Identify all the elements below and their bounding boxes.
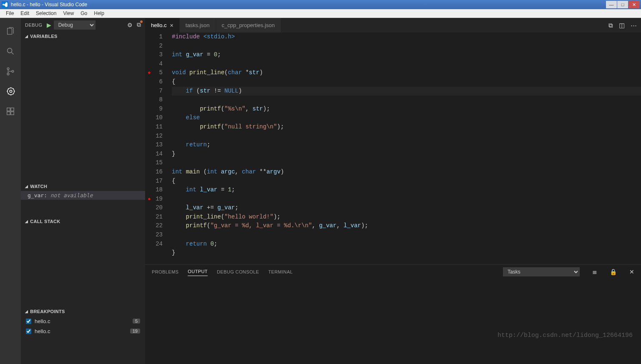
- debug-icon[interactable]: [0, 81, 21, 101]
- close-panel-icon[interactable]: ✕: [629, 269, 634, 275]
- breakpoint-item[interactable]: hello.c 5: [21, 316, 145, 326]
- more-actions-icon[interactable]: ⋯: [631, 22, 637, 29]
- gear-icon[interactable]: ⚙: [127, 22, 133, 28]
- window-titlebar: hello.c - hello - Visual Studio Code — □…: [0, 0, 641, 9]
- tab-label: hello.c: [151, 22, 167, 28]
- editor-area: hello.c × tasks.json c_cpp_properties.js…: [145, 18, 641, 364]
- breakpoint-line-badge: 5: [133, 319, 140, 324]
- panel-tab-terminal[interactable]: TERMINAL: [268, 268, 293, 276]
- svg-rect-9: [11, 112, 14, 115]
- line-numbers: 123456789101112131415161718192021222324: [153, 33, 168, 264]
- extensions-icon[interactable]: [0, 101, 21, 121]
- menu-view[interactable]: View: [60, 10, 77, 16]
- split-editor-icon[interactable]: ◫: [619, 22, 625, 29]
- svg-point-1: [7, 68, 9, 70]
- output-channel-select[interactable]: Tasks: [503, 267, 580, 276]
- section-breakpoints-body: hello.c 5 hello.c 19: [21, 316, 145, 364]
- svg-point-3: [12, 70, 14, 73]
- panel-tab-output[interactable]: OUTPUT: [188, 267, 208, 276]
- section-variables-header[interactable]: ◢VARIABLES: [21, 32, 145, 41]
- menubar: File Edit Selection View Go Help: [0, 9, 641, 18]
- debug-title: DEBUG: [25, 23, 43, 28]
- menu-edit[interactable]: Edit: [17, 10, 33, 16]
- editor-body[interactable]: 123456789101112131415161718192021222324 …: [145, 33, 641, 264]
- breakpoint-line-badge: 19: [130, 329, 140, 334]
- source-control-icon[interactable]: [0, 61, 21, 81]
- search-icon[interactable]: [0, 41, 21, 61]
- debug-sidebar: DEBUG ▶ Debug ⚙ ⧉ ◢VARIABLES ◢WATCH g_va…: [21, 18, 145, 364]
- menu-selection[interactable]: Selection: [33, 10, 60, 16]
- menu-file[interactable]: File: [3, 10, 17, 16]
- activity-bar: [0, 18, 21, 364]
- clear-output-icon[interactable]: ≣: [592, 269, 597, 275]
- section-watch-body: g_var: not available: [21, 191, 145, 217]
- tab-hello-c[interactable]: hello.c ×: [145, 18, 180, 33]
- window-close-button[interactable]: ✕: [628, 1, 639, 8]
- editor-tabs: hello.c × tasks.json c_cpp_properties.js…: [145, 18, 641, 33]
- vscode-icon: [2, 1, 8, 8]
- panel-tab-debug-console[interactable]: DEBUG CONSOLE: [217, 268, 259, 276]
- watch-expr: g_var:: [28, 192, 47, 198]
- section-callstack-body: [21, 226, 145, 307]
- tab-tasks-json[interactable]: tasks.json: [180, 18, 216, 33]
- watch-item[interactable]: g_var: not available: [21, 191, 145, 200]
- breakpoint-file: hello.c: [35, 328, 130, 334]
- svg-rect-8: [7, 112, 10, 115]
- window-minimize-button[interactable]: —: [606, 1, 617, 8]
- close-icon[interactable]: ×: [170, 22, 173, 29]
- code-content[interactable]: #include <stdio.h> int g_var = 0; void p…: [168, 33, 641, 264]
- svg-point-5: [10, 90, 12, 93]
- breakpoint-gutter[interactable]: [145, 33, 153, 264]
- section-callstack-header[interactable]: ◢CALL STACK: [21, 217, 145, 226]
- window-maximize-button[interactable]: □: [617, 1, 628, 8]
- explorer-icon[interactable]: [0, 21, 21, 41]
- menu-go[interactable]: Go: [77, 10, 90, 16]
- breakpoint-file: hello.c: [35, 318, 133, 324]
- section-watch-header[interactable]: ◢WATCH: [21, 182, 145, 191]
- svg-point-2: [7, 73, 9, 75]
- lock-scroll-icon[interactable]: 🔒: [610, 269, 617, 275]
- start-debug-button[interactable]: ▶: [47, 22, 51, 28]
- compare-icon[interactable]: ⧉: [608, 22, 613, 29]
- tab-label: c_cpp_properties.json: [222, 22, 275, 28]
- breakpoint-checkbox[interactable]: [26, 329, 31, 334]
- bottom-panel: PROBLEMS OUTPUT DEBUG CONSOLE TERMINAL T…: [145, 264, 641, 364]
- tab-label: tasks.json: [186, 22, 210, 28]
- debug-console-toggle-icon[interactable]: ⧉: [137, 21, 141, 28]
- watch-value: not available: [50, 192, 93, 198]
- debug-config-select[interactable]: Debug: [54, 20, 96, 30]
- menu-help[interactable]: Help: [90, 10, 108, 16]
- svg-rect-7: [11, 108, 14, 111]
- panel-tabs: PROBLEMS OUTPUT DEBUG CONSOLE TERMINAL T…: [145, 265, 641, 279]
- editor-actions: ⧉ ◫ ⋯: [604, 18, 641, 33]
- panel-tab-problems[interactable]: PROBLEMS: [152, 268, 178, 276]
- svg-rect-6: [7, 108, 10, 111]
- window-title: hello.c - hello - Visual Studio Code: [11, 2, 87, 8]
- svg-point-0: [8, 48, 12, 53]
- breakpoint-checkbox[interactable]: [26, 319, 31, 324]
- debug-header: DEBUG ▶ Debug ⚙ ⧉: [21, 18, 145, 32]
- breakpoint-item[interactable]: hello.c 19: [21, 326, 145, 336]
- section-variables-body: [21, 41, 145, 182]
- tab-c-cpp-properties-json[interactable]: c_cpp_properties.json: [216, 18, 281, 33]
- section-breakpoints-header[interactable]: ◢BREAKPOINTS: [21, 307, 145, 316]
